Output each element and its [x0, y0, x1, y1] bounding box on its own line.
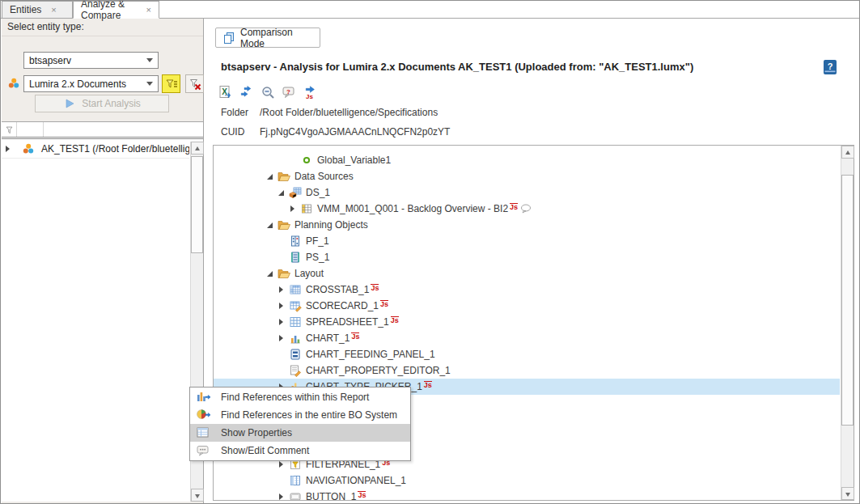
entity-selection-panel: Select entity type: btsapserv Lumira 2.x… — [2, 19, 204, 504]
tree-expand-arrow[interactable] — [265, 269, 276, 278]
tree-arrow-spacer — [277, 252, 287, 262]
context-menu: Find References within this ReportFind R… — [189, 387, 411, 461]
tree-row[interactable]: CHART_PROPERTY_EDITOR_1 — [214, 362, 840, 379]
export-excel-icon: X — [218, 85, 234, 100]
scroll-down-button[interactable] — [191, 489, 204, 502]
scroll-thumb[interactable] — [191, 156, 203, 253]
context-menu-item[interactable]: Show/Edit Comment — [190, 442, 410, 460]
context-menu-item-label: Show/Edit Comment — [221, 445, 309, 456]
system-dropdown-value: btsapserv — [29, 55, 146, 66]
tree-expand-arrow[interactable] — [265, 220, 276, 230]
tree-item-label: Data Sources — [294, 171, 354, 182]
query-table-icon — [300, 202, 313, 215]
tree-row[interactable]: BUTTON_1Js — [214, 489, 840, 500]
show-properties-icon — [196, 426, 210, 440]
scroll-thumb[interactable] — [841, 175, 854, 426]
list-item-label: AK_TEST1 (/Root Folder/bluetelligenc — [41, 143, 189, 155]
tab-analyze-compare[interactable]: Analyze & Compare × — [73, 1, 159, 19]
tree-item-label: CHART_FEEDING_PANEL_1 — [306, 349, 435, 360]
planning-function-icon — [289, 235, 302, 248]
expand-all-button[interactable] — [239, 84, 255, 100]
scroll-up-button[interactable] — [191, 142, 204, 155]
row-expand-arrow[interactable] — [3, 144, 14, 154]
tab-analyze-compare-label: Analyze & Compare — [81, 0, 137, 21]
export-excel-button[interactable]: X — [218, 84, 234, 100]
chart-property-editor-icon — [289, 364, 302, 377]
tree-expand-arrow[interactable] — [288, 204, 299, 214]
list-item[interactable]: AK_TEST1 (/Root Folder/bluetelligenc — [2, 139, 189, 159]
list-filter-row[interactable] — [2, 122, 203, 139]
chart-feeding-panel-icon — [289, 348, 302, 361]
tree-row[interactable]: Global_Variable1 — [214, 152, 840, 168]
tree-arrow-spacer — [277, 349, 287, 359]
folder-value: /Root Folder/bluetelligence/Specificatio… — [260, 107, 438, 118]
tree-row[interactable]: DS_1 — [214, 184, 840, 201]
folder-open-icon — [277, 218, 290, 231]
list-filter-cell[interactable] — [17, 122, 44, 137]
entity-type-dropdown[interactable]: Lumira 2.x Documents — [23, 75, 159, 92]
comment-question-icon: ? — [282, 85, 297, 100]
tree-row[interactable]: Data Sources — [214, 168, 840, 184]
tree-expand-arrow[interactable] — [265, 172, 276, 181]
find-ref-report-icon — [196, 390, 210, 404]
analysis-title: btsapserv - Analysis for Lumira 2.x Docu… — [221, 61, 693, 73]
tree-scrollbar[interactable] — [841, 146, 854, 500]
help-icon[interactable]: ? — [823, 59, 837, 75]
tree-row[interactable]: NAVIGATIONPANEL_1 — [214, 472, 840, 489]
tree-row[interactable]: CROSSTAB_1Js — [214, 282, 840, 298]
entity-type-icon — [7, 77, 20, 90]
filter-set-icon — [165, 78, 178, 91]
tree-expand-arrow[interactable] — [277, 492, 287, 500]
tree-row[interactable]: Layout — [214, 265, 840, 282]
context-menu-item-label: Find References in the entire BO System — [221, 409, 397, 421]
context-menu-item-label: Find References within this Report — [221, 392, 369, 403]
tree-item-label: BUTTON_1 — [306, 491, 356, 500]
tree-item-label: VMM_M001_Q001 - Backlog Overview - BI2 — [317, 203, 508, 214]
tab-entities[interactable]: Entities × — [2, 1, 73, 19]
filter-set-button[interactable] — [162, 74, 180, 93]
start-analysis-button[interactable]: Start Analysis — [35, 95, 169, 112]
spreadsheet-icon — [289, 316, 302, 328]
comment-question-button[interactable]: ? — [281, 84, 297, 100]
comparison-mode-button[interactable]: Comparison Mode — [215, 28, 320, 48]
filter-clear-icon — [189, 78, 201, 91]
folder-open-icon — [277, 267, 290, 280]
goto-js-button[interactable]: Js — [302, 84, 318, 100]
scroll-down-button[interactable] — [841, 487, 854, 500]
tree-row[interactable]: PS_1 — [214, 249, 840, 265]
tree-item-label: NAVIGATIONPANEL_1 — [306, 475, 406, 486]
js-marker: Js — [371, 284, 379, 292]
tree-row[interactable]: Planning Objects — [214, 217, 840, 233]
context-menu-item[interactable]: Find References within this Report — [190, 388, 410, 406]
context-menu-item[interactable]: Show Properties — [190, 424, 410, 442]
system-dropdown[interactable]: btsapserv — [23, 52, 159, 69]
tree-arrow-spacer — [277, 236, 287, 246]
tree-item-label: Global_Variable1 — [317, 155, 391, 166]
cuid-value: Fj.pNgC4VgoAJGMAAACnLNQCFN2p0zYT — [260, 126, 450, 138]
comparison-mode-icon — [222, 32, 235, 44]
tree-expand-arrow[interactable] — [277, 301, 287, 311]
tree-row[interactable]: SPREADSHEET_1Js — [214, 314, 840, 330]
filter-clear-button[interactable] — [185, 74, 204, 93]
scroll-up-button[interactable] — [841, 146, 854, 159]
context-menu-item[interactable]: Find References in the entire BO System — [190, 406, 410, 424]
tab-entities-close-icon[interactable]: × — [51, 6, 56, 15]
tree-row[interactable]: CHART_FEEDING_PANEL_1 — [214, 346, 840, 362]
tree-row[interactable]: SCORECARD_1Js — [214, 298, 840, 314]
tree-expand-arrow[interactable] — [277, 333, 287, 343]
tree-row[interactable]: PF_1 — [214, 233, 840, 249]
comment-bubble-icon — [519, 202, 532, 215]
expand-all-icon — [239, 85, 255, 100]
crosstab-icon — [289, 283, 302, 296]
tab-analyze-compare-close-icon[interactable]: × — [146, 6, 151, 15]
tree-expand-arrow[interactable] — [277, 285, 287, 294]
tree-item-label: SCORECARD_1 — [306, 300, 379, 311]
tree-row[interactable]: CHART_1Js — [214, 330, 840, 346]
folder-label: Folder — [221, 107, 248, 118]
tree-row[interactable]: VMM_M001_Q001 - Backlog Overview - BI2Js — [214, 201, 840, 217]
entity-list: AK_TEST1 (/Root Folder/bluetelligenc — [2, 121, 203, 502]
play-icon — [63, 97, 76, 110]
tree-expand-arrow[interactable] — [277, 188, 287, 197]
tree-expand-arrow[interactable] — [277, 317, 287, 327]
zoom-out-button[interactable] — [260, 84, 276, 100]
